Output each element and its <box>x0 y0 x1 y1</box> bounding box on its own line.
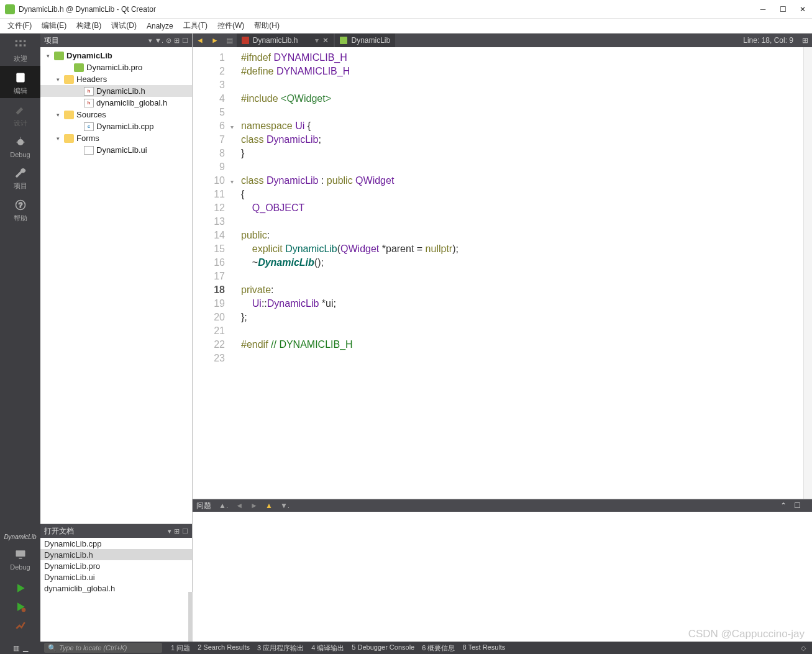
close-tab-icon[interactable]: ✕ <box>322 36 329 45</box>
toggle-sidebar-icon[interactable]: ▥ <box>13 644 19 652</box>
dropdown-icon[interactable]: ▾ <box>168 527 171 535</box>
side-column: 项目 ▾ ▼. ⊘ ⊞ ☐ ▾DynamicLib DynamicLib.pro… <box>40 34 193 642</box>
overview-strip[interactable] <box>803 47 812 499</box>
filter-icon[interactable]: ▼. <box>155 37 163 44</box>
editor-tab-project[interactable]: DynamicLib <box>335 34 395 47</box>
project-panel-header: 项目 ▾ ▼. ⊘ ⊞ ☐ <box>40 34 192 47</box>
mode-edit[interactable]: 编辑 <box>0 66 40 98</box>
menu-build[interactable]: 构建(B) <box>71 19 106 33</box>
output-tab[interactable]: 2 Search Results <box>198 643 250 653</box>
kit-selector[interactable]: Debug <box>0 543 40 573</box>
search-icon: 🔍 <box>48 644 57 652</box>
menu-file[interactable]: 文件(F) <box>2 19 37 33</box>
debug-run-button[interactable] <box>13 601 28 614</box>
mode-design[interactable]: 设计 <box>0 98 40 130</box>
tree-source-file[interactable]: cDynamicLib.cpp <box>40 120 192 132</box>
menu-analyze[interactable]: Analyze <box>142 19 178 33</box>
add-split-icon[interactable]: ⊞ <box>174 527 180 535</box>
open-doc-item[interactable]: DynamicLib.h <box>40 549 192 560</box>
tree-form-file[interactable]: DynamicLib.ui <box>40 144 192 156</box>
code-editor[interactable]: 12345▾6789▾1011121314151617181920212223 … <box>193 47 812 499</box>
output-tab[interactable]: 6 概要信息 <box>422 643 455 653</box>
nav-back-icon[interactable]: ◄ <box>193 36 208 45</box>
filter-icon[interactable]: ▲. <box>219 501 228 510</box>
pencil-icon <box>14 103 27 117</box>
filter2-icon[interactable]: ▼. <box>280 501 290 510</box>
next-icon[interactable]: ► <box>250 501 258 510</box>
issues-header: 问题 ▲. ◄ ► ▲ ▼. ⌃ ☐ <box>193 499 812 512</box>
close-button[interactable]: ✕ <box>798 5 807 14</box>
kit-project[interactable]: DynamicLib <box>2 531 37 543</box>
minimize-button[interactable]: ─ <box>759 5 767 14</box>
build-button[interactable] <box>13 619 28 633</box>
svg-rect-5 <box>24 44 25 46</box>
open-doc-item[interactable]: DynamicLib.cpp <box>40 538 192 549</box>
open-docs-list[interactable]: DynamicLib.cppDynamicLib.hDynamicLib.pro… <box>40 538 192 642</box>
output-tab[interactable]: 5 Debugger Console <box>352 643 414 653</box>
svg-text:?: ? <box>18 201 22 209</box>
project-icon <box>340 37 347 44</box>
menu-tools[interactable]: 工具(T) <box>178 19 212 33</box>
tree-header-file[interactable]: hDynamicLib.h <box>40 85 192 97</box>
project-icon <box>54 52 64 60</box>
menu-widgets[interactable]: 控件(W) <box>212 19 249 33</box>
svg-rect-1 <box>19 40 21 42</box>
mode-debug[interactable]: Debug <box>0 130 40 161</box>
editor-toolbar: ◄ ► ▤ DynamicLib.h ▾ ✕ DynamicLib Line: … <box>193 34 812 47</box>
close-pane-icon[interactable]: ☐ <box>794 501 801 510</box>
expand-icon[interactable]: ⌃ <box>780 501 787 510</box>
output-tab[interactable]: 4 编译输出 <box>311 643 344 653</box>
mode-welcome[interactable]: 欢迎 <box>0 34 40 66</box>
grid-icon <box>14 39 27 52</box>
menu-debug[interactable]: 调试(D) <box>106 19 142 33</box>
tree-project[interactable]: ▾DynamicLib <box>40 50 192 61</box>
h-file-icon: h <box>84 99 94 107</box>
add-split-icon[interactable]: ⊞ <box>174 37 180 45</box>
mode-projects[interactable]: 项目 <box>0 161 40 193</box>
open-docs-header: 打开文档 ▾ ⊞ ☐ <box>40 524 192 538</box>
output-tab[interactable]: 8 Test Results <box>462 643 505 653</box>
tree-sources[interactable]: ▾Sources <box>40 109 192 120</box>
locator-input[interactable]: 🔍 Type to locate (Ctrl+K) <box>44 643 162 653</box>
tree-header-file[interactable]: hdynamiclib_global.h <box>40 97 192 109</box>
cursor-position: Line: 18, Col: 9 <box>738 36 798 45</box>
folder-icon <box>64 134 74 143</box>
cpp-file-icon: c <box>84 122 94 131</box>
prev-icon[interactable]: ◄ <box>235 501 243 510</box>
bug-icon <box>14 135 27 149</box>
monitor-icon <box>14 548 27 561</box>
dropdown-icon[interactable]: ▾ <box>148 37 152 45</box>
editor-tab-file[interactable]: DynamicLib.h ▾ ✕ <box>237 34 334 47</box>
mode-help[interactable]: ? 帮助 <box>0 193 40 225</box>
maximize-button[interactable]: ☐ <box>778 5 787 14</box>
line-gutter[interactable]: 12345▾6789▾1011121314151617181920212223 <box>193 47 236 499</box>
split-icon[interactable]: ⊞ <box>798 36 812 45</box>
svg-rect-4 <box>19 44 21 46</box>
close-panel-icon[interactable]: ☐ <box>182 37 188 45</box>
output-tab[interactable]: 1 问题 <box>171 643 190 653</box>
open-doc-item[interactable]: DynamicLib.pro <box>40 560 192 571</box>
tree-headers[interactable]: ▾Headers <box>40 73 192 85</box>
output-tab[interactable]: 3 应用程序输出 <box>257 643 304 653</box>
issues-pane: 问题 ▲. ◄ ► ▲ ▼. ⌃ ☐ <box>193 499 812 642</box>
svg-rect-14 <box>19 558 22 559</box>
toggle-output-icon[interactable]: ▁ <box>23 644 28 652</box>
progress-toggle-icon[interactable]: ◇ <box>801 644 806 652</box>
svg-point-15 <box>21 608 25 612</box>
code-area[interactable]: #ifndef DYNAMICLIB_H#define DYNAMICLIB_H… <box>236 47 803 499</box>
tree-forms[interactable]: ▾Forms <box>40 132 192 144</box>
open-doc-item[interactable]: DynamicLib.ui <box>40 571 192 583</box>
run-button[interactable] <box>13 582 28 596</box>
link-icon[interactable]: ⊘ <box>166 37 171 45</box>
menu-help[interactable]: 帮助(H) <box>249 19 285 33</box>
tree-pro-file[interactable]: DynamicLib.pro <box>40 61 192 73</box>
dropdown-icon[interactable]: ▾ <box>315 36 319 45</box>
close-panel-icon[interactable]: ☐ <box>182 527 188 535</box>
nav-fwd-icon[interactable]: ► <box>208 36 222 45</box>
pro-file-icon <box>74 63 84 72</box>
open-doc-item[interactable]: dynamiclib_global.h <box>40 583 192 594</box>
menu-edit[interactable]: 编辑(E) <box>37 19 71 33</box>
resize-handle[interactable] <box>188 592 193 642</box>
project-tree[interactable]: ▾DynamicLib DynamicLib.pro ▾Headers hDyn… <box>40 47 192 524</box>
warning-icon[interactable]: ▲ <box>265 501 273 510</box>
